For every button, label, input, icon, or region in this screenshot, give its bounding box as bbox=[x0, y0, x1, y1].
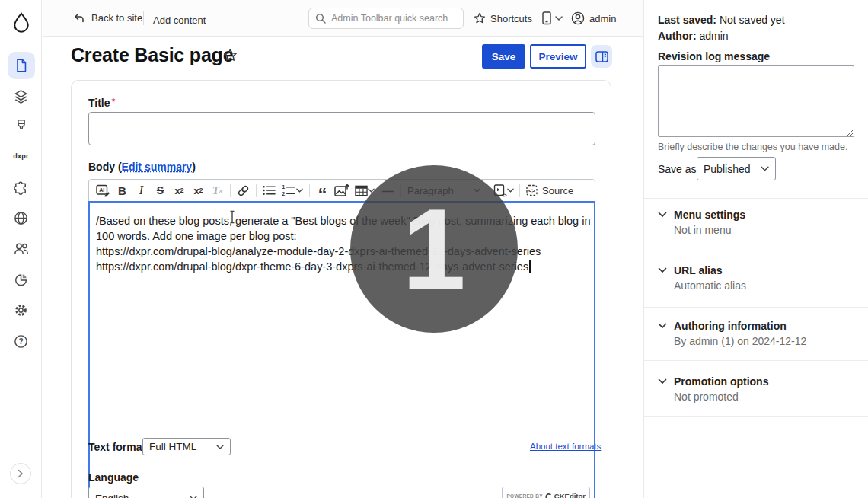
save-as-select[interactable]: Published bbox=[697, 157, 776, 180]
insert-image-button[interactable] bbox=[332, 181, 351, 200]
sidebar-item-appearance[interactable] bbox=[0, 110, 42, 141]
sidebar-panel-toggle-button[interactable] bbox=[591, 45, 612, 68]
preview-button[interactable]: Preview bbox=[530, 44, 586, 69]
ckeditor-toolbar: AI B I S x2 x2 Tx 12 “ bbox=[88, 179, 595, 202]
table-icon bbox=[355, 185, 368, 196]
svg-text:?: ? bbox=[18, 337, 23, 345]
add-content-link[interactable]: Add content bbox=[153, 13, 206, 27]
sidebar-item-dxpr[interactable]: dxpr bbox=[0, 141, 42, 171]
source-icon: <> bbox=[526, 184, 539, 196]
revision-log-textarea[interactable] bbox=[658, 65, 854, 137]
save-as-label: Save as: bbox=[658, 163, 699, 175]
device-preview-dropdown[interactable] bbox=[542, 11, 563, 25]
drupal-create-basic-page: dxpr ? Back to site Add cont bbox=[0, 0, 868, 498]
svg-text:2: 2 bbox=[282, 191, 285, 196]
bold-button[interactable]: B bbox=[113, 181, 132, 200]
last-saved-row: Last saved: Not saved yet bbox=[658, 14, 785, 26]
toolbar-separator bbox=[519, 184, 520, 197]
link-button[interactable] bbox=[234, 181, 253, 200]
page-icon bbox=[8, 52, 35, 79]
toolbar-separator bbox=[487, 184, 487, 197]
paragraph-style-value: Paragraph bbox=[407, 185, 454, 196]
bookmark-toggle[interactable] bbox=[223, 48, 238, 65]
section-authoring-information-value: By admin (1) on 2024-12-12 bbox=[674, 335, 806, 347]
text-format-label: Text format bbox=[88, 441, 145, 453]
dxpr-logo: dxpr bbox=[13, 152, 28, 160]
user-menu[interactable]: admin bbox=[571, 11, 616, 25]
toolbar-separator bbox=[230, 184, 231, 197]
section-authoring-information[interactable]: Authoring information bbox=[658, 320, 787, 332]
remove-format-button[interactable]: Tx bbox=[208, 181, 227, 200]
brush-icon bbox=[14, 118, 29, 133]
numbered-list-button[interactable]: 12 bbox=[279, 181, 306, 200]
section-url-alias[interactable]: URL alias bbox=[658, 264, 723, 276]
panel-divider bbox=[644, 307, 868, 308]
section-promotion-options[interactable]: Promotion options bbox=[658, 375, 768, 388]
node-form-card: Title* Body (Edit summary) AI B I S x2 x… bbox=[71, 80, 611, 498]
star-icon bbox=[474, 12, 486, 24]
insert-table-button[interactable] bbox=[351, 181, 378, 200]
svg-text:<>: <> bbox=[501, 192, 507, 197]
puzzle-icon bbox=[13, 180, 29, 196]
section-menu-settings[interactable]: Menu settings bbox=[658, 209, 745, 221]
layers-icon bbox=[13, 88, 29, 104]
chevron-down-icon bbox=[658, 212, 667, 218]
sidebar-item-multilingual[interactable] bbox=[0, 203, 42, 233]
drupal-logo[interactable] bbox=[0, 8, 42, 38]
save-button[interactable]: Save bbox=[482, 44, 525, 69]
ai-writer-icon: AI bbox=[96, 184, 110, 197]
sidebar-item-help[interactable]: ? bbox=[0, 326, 42, 356]
shortcuts-label: Shortcuts bbox=[490, 13, 532, 24]
drupal-drop-icon bbox=[11, 12, 31, 34]
about-text-formats-link[interactable]: About text formats bbox=[530, 442, 601, 451]
italic-button[interactable]: I bbox=[132, 181, 151, 200]
ckeditor-logo-icon bbox=[545, 493, 552, 498]
section-promotion-options-value: Not promoted bbox=[674, 391, 739, 403]
back-to-site-link[interactable]: Back to site bbox=[73, 12, 142, 24]
search-input[interactable] bbox=[331, 13, 457, 24]
globe-icon bbox=[13, 210, 29, 226]
subscript-button[interactable]: x2 bbox=[189, 181, 208, 200]
chevron-down-icon bbox=[555, 16, 563, 21]
mobile-device-icon bbox=[542, 11, 551, 25]
sidebar-item-structure[interactable] bbox=[0, 81, 42, 111]
template-icon: <> bbox=[493, 184, 507, 197]
sidebar-item-content[interactable] bbox=[0, 50, 42, 81]
horizontal-line-button[interactable]: — bbox=[378, 181, 397, 200]
edit-summary-link[interactable]: Edit summary bbox=[122, 161, 193, 173]
block-quote-button[interactable]: “ bbox=[313, 181, 332, 200]
sidebar-item-extend[interactable] bbox=[0, 172, 42, 203]
ibeam-mouse-cursor bbox=[228, 210, 236, 224]
powered-by-ckeditor-badge[interactable]: POWERED BY CKEditor bbox=[502, 487, 590, 498]
sidebar-expand-button[interactable] bbox=[10, 463, 31, 484]
toolbar-separator bbox=[400, 184, 401, 197]
chevron-down-icon bbox=[761, 166, 769, 171]
chevron-down-icon bbox=[658, 323, 667, 329]
template-button[interactable]: <> bbox=[490, 181, 516, 200]
text-format-select[interactable]: Full HTML bbox=[142, 438, 231, 455]
bulleted-list-button[interactable] bbox=[260, 181, 279, 200]
strikethrough-button[interactable]: S bbox=[151, 181, 170, 200]
section-menu-settings-value: Not in menu bbox=[674, 224, 731, 236]
language-label: Language bbox=[88, 471, 139, 484]
panel-divider bbox=[644, 360, 868, 361]
admin-sidebar-rail: dxpr ? bbox=[0, 0, 42, 498]
ai-writer-button[interactable]: AI bbox=[94, 181, 113, 200]
back-arrow-icon bbox=[73, 12, 85, 24]
search-icon bbox=[315, 13, 326, 24]
shortcuts-link[interactable]: Shortcuts bbox=[474, 12, 532, 24]
sidebar-item-people[interactable] bbox=[0, 233, 42, 263]
editor-text-line: https://dxpr.com/drupal-blog/analyze-mod… bbox=[96, 244, 588, 259]
page-title: Create Basic page bbox=[71, 44, 233, 66]
editor-text-line: /Based on these blog posts, generate a "… bbox=[96, 213, 588, 228]
title-input[interactable] bbox=[88, 112, 595, 145]
chevron-down-icon bbox=[658, 267, 667, 273]
superscript-button[interactable]: x2 bbox=[170, 181, 189, 200]
paragraph-style-dropdown[interactable]: Paragraph bbox=[404, 181, 483, 200]
language-select[interactable]: English bbox=[88, 487, 204, 498]
sidebar-item-configuration[interactable] bbox=[0, 295, 42, 325]
sidebar-item-reports[interactable] bbox=[0, 264, 42, 295]
source-button[interactable]: <> Source bbox=[523, 181, 576, 200]
svg-text:1: 1 bbox=[282, 184, 285, 190]
toolbar-separator bbox=[256, 184, 257, 197]
